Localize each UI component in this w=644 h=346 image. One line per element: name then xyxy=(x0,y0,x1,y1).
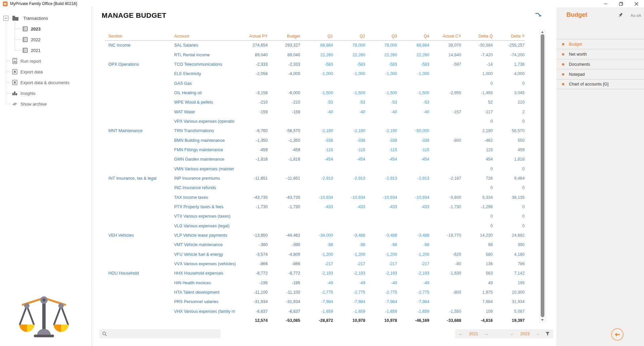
bullet-icon xyxy=(562,53,564,55)
panel-menu-item[interactable]: Budget xyxy=(556,39,644,49)
table-row[interactable]: BMN Building maintenance -1,350 -1,350 -… xyxy=(105,135,525,145)
table-row[interactable]: VVX Various expenses (vehicles) -866 -86… xyxy=(105,259,525,269)
delta-y-cell: 10,300 xyxy=(493,290,525,295)
sidebar-item-year[interactable]: 2021 xyxy=(22,47,41,54)
sidebar-item-label: Export data & documents xyxy=(20,80,69,85)
table-row[interactable]: TAX Income taxes -43,735 -43,735 -10,934… xyxy=(105,193,525,202)
tree-line xyxy=(6,61,11,61)
table-row[interactable]: VHX Various expenses (family m -6,637 -6… xyxy=(105,307,525,316)
panel-menu-item[interactable]: Chart of accounts [G] xyxy=(556,79,644,89)
q1-cell: -10,934 xyxy=(300,195,333,200)
table-body: INC Income SAL Salaries 274,654 293,327 … xyxy=(105,41,525,316)
q2-cell: 78,000 xyxy=(333,43,365,48)
total-delta-q: -4,816 xyxy=(461,318,493,323)
q2-cell: -1,200 xyxy=(333,252,365,257)
table-row[interactable]: INC Income SAL Salaries 274,654 293,327 … xyxy=(105,41,525,50)
delta-y-cell: 786 xyxy=(493,262,525,266)
q3-cell: -115 xyxy=(365,148,397,152)
prev-right-year-arrow[interactable]: ← xyxy=(510,331,514,336)
right-panel: Budget Aa aA Budget Net worth Documents xyxy=(556,7,644,346)
scroll-up-arrow-icon[interactable] xyxy=(541,31,544,33)
jump-arrow-icon[interactable] xyxy=(534,12,542,18)
table-row[interactable]: VTX Various expenses (taxes) 0 0 xyxy=(105,212,525,221)
table-row[interactable]: RTL Rental income 89,040 89,040 22,260 2… xyxy=(105,50,525,59)
search-icon xyxy=(102,332,107,336)
close-button[interactable] xyxy=(629,0,644,7)
pin-icon[interactable] xyxy=(618,12,623,18)
q2-cell: -338 xyxy=(333,138,365,143)
table-row[interactable]: PRS Personnel salaries -31,934 -31,934 -… xyxy=(105,297,525,306)
next-right-year-arrow[interactable]: → xyxy=(536,331,540,336)
table-row[interactable]: INT Insurance, tax & legal INP Insurance… xyxy=(105,174,525,183)
delta-y-cell: 1,736 xyxy=(493,62,525,67)
prev-left-year-arrow[interactable]: ← xyxy=(459,331,463,336)
vertical-scrollbar[interactable] xyxy=(539,30,545,323)
sidebar-item-year[interactable]: 2023 xyxy=(22,25,41,32)
account-cell: HHX Household expenses xyxy=(174,271,240,276)
table-row[interactable]: VFU Vehicle fuel & energy -3,574 -4,800 … xyxy=(105,250,525,259)
delta-q-cell: 454 xyxy=(461,157,493,162)
table-row[interactable]: ELE Electricity -2,058 -4,000 -1,000 -1,… xyxy=(105,69,525,78)
q2-cell: -7,984 xyxy=(333,299,365,304)
minimize-button[interactable] xyxy=(598,0,613,7)
scroll-down-arrow-icon[interactable] xyxy=(541,319,544,321)
table-row[interactable]: FMN Fittings maintenance -459 -459 -115 … xyxy=(105,145,525,155)
next-left-year-arrow[interactable]: → xyxy=(484,331,489,336)
budget-cell: 293,327 xyxy=(268,43,300,48)
table-row[interactable]: VMN Various expenses (mainter 0 0 xyxy=(105,164,525,173)
delta-y-cell: 210 xyxy=(493,100,525,105)
table-row[interactable]: WAT Water -159 -159 -40 -40 -40 -40 -157… xyxy=(105,107,525,116)
q3-cell: -2,190 xyxy=(365,128,397,133)
q4-cell: -583 xyxy=(397,62,429,67)
back-button[interactable] xyxy=(611,328,624,341)
table-row[interactable]: HIN Health invoices -195 -195 -49 -49 -4… xyxy=(105,278,525,288)
actual-cy-cell: -800 xyxy=(429,290,461,295)
panel-menu-item[interactable]: Documents xyxy=(556,59,644,69)
sidebar-item-show-archive[interactable]: Show archive xyxy=(12,101,47,107)
col-header-actual-py: Actual PY xyxy=(240,34,268,40)
actual-cy-cell: -80 xyxy=(429,262,461,266)
panel-menu-item-label: Chart of accounts [G] xyxy=(569,82,608,86)
table-row[interactable]: PTX Property taxes & fees -1,730 -1,730 … xyxy=(105,202,525,212)
font-size-controls[interactable]: Aa aA xyxy=(631,13,641,17)
panel-menu-item[interactable]: Notepad xyxy=(556,69,644,79)
q1-cell: -49 xyxy=(300,281,333,285)
panel-menu-item[interactable]: Net worth xyxy=(556,49,644,59)
tree-collapse-toggle[interactable] xyxy=(3,16,8,21)
table-row[interactable]: VLG Various expenses (legal) 0 0 xyxy=(105,221,525,231)
table-row[interactable]: VPX Various expenses (operatio 0 0 xyxy=(105,117,525,126)
actual-cy-cell: -1,550 xyxy=(429,309,461,314)
table-row[interactable]: HOU Household HHX Household expenses -8,… xyxy=(105,269,525,278)
sidebar-item-export-data-documents[interactable]: Export data & documents xyxy=(12,79,69,86)
q4-cell: -1,659 xyxy=(397,309,429,314)
restore-button[interactable] xyxy=(613,0,629,7)
q1-cell: -217 xyxy=(300,262,333,266)
scrollbar-thumb[interactable] xyxy=(541,34,544,317)
sidebar-item-export-data[interactable]: Export data xyxy=(12,68,43,75)
actual-cy-cell: -19,770 xyxy=(429,233,461,238)
delta-q-cell: 0 xyxy=(461,167,493,171)
delta-q-cell: 0 xyxy=(461,185,493,190)
sidebar-item-year[interactable]: 2022 xyxy=(22,36,41,43)
table-row[interactable]: OPX Operations TCO Telecommunications -2… xyxy=(105,60,525,69)
table-row[interactable]: INC Insurance refunds 0 0 xyxy=(105,183,525,192)
table-row[interactable]: GAS Gas 0 0 xyxy=(105,78,525,88)
account-cell: ELE Electricity xyxy=(174,71,240,76)
filter-icon[interactable] xyxy=(545,332,550,336)
delta-q-cell: 52 xyxy=(461,100,493,105)
delta-q-cell: 0 xyxy=(461,119,493,124)
sidebar-item-insights[interactable]: Insights xyxy=(12,90,36,97)
table-row[interactable]: HTA Talent development -11,100 -11,100 -… xyxy=(105,288,525,297)
budget-cell: -4,000 xyxy=(268,71,300,76)
search-input[interactable] xyxy=(109,329,220,338)
table-row[interactable]: MNT Maintenance TRN Transformations -8,7… xyxy=(105,126,525,135)
table-row[interactable]: OIL Heating oil -3,158 -6,000 -1,500 -1,… xyxy=(105,88,525,98)
table-row[interactable]: WPE Wood & pellets -210 -210 -53 -53 -53… xyxy=(105,98,525,107)
table-row[interactable]: VEH Vehicles VLP Vehicle lease payments … xyxy=(105,231,525,240)
tree-line xyxy=(15,21,15,50)
tree-root-transactions[interactable]: Transactions xyxy=(3,15,48,21)
actual-cy-cell: 38,070 xyxy=(429,43,461,48)
table-row[interactable]: VMT Vehicle maintenance -390 -390 -98 -9… xyxy=(105,240,525,249)
sidebar-item-run-report[interactable]: Run report xyxy=(12,58,41,64)
table-row[interactable]: GMN Garden maintenance -1,816 -1,816 -45… xyxy=(105,155,525,164)
